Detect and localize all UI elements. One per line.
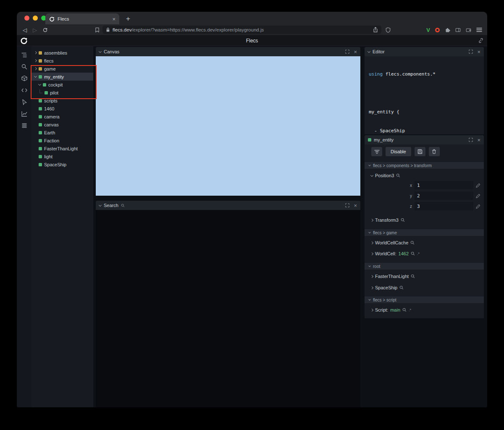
forward-button[interactable]: ▷ <box>30 24 39 35</box>
close-icon[interactable]: × <box>354 49 357 55</box>
position3-y-input[interactable] <box>415 191 473 200</box>
edit-pencil-icon[interactable] <box>476 183 480 188</box>
tree-item-my-entity[interactable]: my_entity <box>32 73 93 81</box>
chevron-right-icon[interactable] <box>34 51 37 54</box>
search-icon[interactable] <box>401 218 405 222</box>
tree-item-scripts[interactable]: scripts <box>32 97 93 105</box>
wallet-icon[interactable] <box>466 27 471 33</box>
tree-item-light[interactable]: light <box>32 152 93 160</box>
position3-x-input[interactable] <box>415 181 473 189</box>
outliner-icon[interactable] <box>21 51 28 59</box>
component-row-transform3[interactable]: Transform3 <box>365 217 484 223</box>
tree-item-faction[interactable]: Faction <box>32 136 93 144</box>
disable-button[interactable]: Disable <box>386 147 411 156</box>
inspector-toolbar: Disable <box>365 144 484 156</box>
search-icon[interactable] <box>399 286 404 290</box>
shield-icon[interactable] <box>386 24 391 35</box>
search-icon[interactable] <box>402 308 407 312</box>
close-icon[interactable]: × <box>477 137 480 143</box>
browser-tab[interactable]: Flecs × <box>45 13 119 24</box>
edit-pencil-icon[interactable] <box>476 204 480 209</box>
tree-item-canvas[interactable]: canvas <box>32 121 93 128</box>
component-row-worldcellcache[interactable]: WorldCellCache <box>365 239 484 246</box>
chevron-down-icon[interactable] <box>38 83 41 86</box>
queries-list-icon[interactable] <box>21 122 28 129</box>
edit-pencil-icon[interactable] <box>476 194 480 198</box>
section-header-transform[interactable]: flecs > components > transform <box>365 162 484 169</box>
close-icon[interactable]: × <box>354 203 357 208</box>
position3-z-input[interactable] <box>415 202 473 210</box>
section-header-game[interactable]: flecs > game <box>365 229 484 236</box>
v-extension-icon[interactable]: V <box>426 27 430 33</box>
delete-button[interactable] <box>429 147 440 156</box>
tree-item-cockpit[interactable]: cockpit <box>32 81 93 89</box>
minimize-window-button[interactable] <box>33 16 38 21</box>
share-icon[interactable] <box>373 27 378 33</box>
tree-item-game[interactable]: game <box>32 65 93 73</box>
search-icon[interactable] <box>396 173 400 178</box>
section-header-script[interactable]: flecs > script <box>365 296 484 303</box>
search-icon[interactable] <box>411 274 415 278</box>
collapse-chevron-icon[interactable] <box>368 50 370 52</box>
chevron-down-icon[interactable] <box>34 75 37 78</box>
expand-icon[interactable] <box>345 203 349 207</box>
collapse-chevron-icon[interactable] <box>99 50 102 52</box>
chevron-right-icon[interactable] <box>370 218 373 221</box>
component-row-worldcell[interactable]: WorldCell: 1462 .* <box>365 250 484 257</box>
close-window-button[interactable] <box>24 16 29 21</box>
code-icon[interactable] <box>21 87 28 94</box>
chevron-right-icon[interactable] <box>370 252 373 255</box>
tree-item-pilot[interactable]: pilot <box>32 89 93 97</box>
canvas-viewport[interactable] <box>96 56 360 196</box>
address-bar[interactable]: flecs.dev/explorer/?wasm=https://www.fle… <box>102 26 381 34</box>
search-icon[interactable] <box>21 63 28 71</box>
expand-icon[interactable] <box>345 50 349 54</box>
pair-wildcard-toggle[interactable]: .* <box>409 308 411 312</box>
sidebar-toggle-icon[interactable] <box>455 27 461 33</box>
filter-button[interactable] <box>371 147 382 156</box>
section-header-root[interactable]: root <box>365 263 484 270</box>
entity-square-icon <box>39 163 42 166</box>
reload-button[interactable] <box>40 24 50 35</box>
inspect-cursor-icon[interactable] <box>21 98 28 106</box>
component-row-spaceship[interactable]: SpaceShip <box>365 284 484 291</box>
red-circle-extension-icon[interactable] <box>435 28 440 32</box>
chevron-right-icon[interactable] <box>370 286 373 289</box>
tree-item-flecs[interactable]: flecs <box>32 57 93 65</box>
chevron-right-icon[interactable] <box>370 308 373 311</box>
tree-item-assemblies[interactable]: assemblies <box>32 49 93 57</box>
tree-item-spaceship[interactable]: SpaceShip <box>32 160 93 168</box>
tree-item-earth[interactable]: Earth <box>32 128 93 136</box>
stats-chart-icon[interactable] <box>21 110 28 118</box>
new-tab-button[interactable]: + <box>123 13 134 24</box>
back-button[interactable]: ◁ <box>20 24 29 35</box>
tree-item-fasterthanlight[interactable]: FasterThanLight <box>32 144 93 152</box>
search-icon[interactable] <box>410 241 415 245</box>
bookmark-icon[interactable] <box>92 24 102 35</box>
share-link-icon[interactable] <box>478 38 483 43</box>
chevron-right-icon[interactable] <box>34 59 37 62</box>
script-editor[interactable]: using flecs.components.* my_entity { - S… <box>365 56 484 134</box>
tree-item-camera[interactable]: camera <box>32 113 93 121</box>
close-tab-icon[interactable]: × <box>112 16 116 22</box>
expand-icon[interactable] <box>469 138 473 142</box>
chevron-down-icon[interactable] <box>370 173 373 176</box>
component-row-fasterthanlight[interactable]: FasterThanLight <box>365 273 484 280</box>
chevron-right-icon[interactable] <box>34 67 37 70</box>
search-icon[interactable] <box>411 252 415 256</box>
chevron-right-icon[interactable] <box>370 241 373 244</box>
entities-cube-icon[interactable] <box>21 75 28 82</box>
collapse-chevron-icon[interactable] <box>99 203 102 206</box>
pair-wildcard-toggle[interactable]: .* <box>417 252 420 256</box>
position3-fields: x y <box>365 181 484 210</box>
extensions-puzzle-icon[interactable] <box>445 27 450 33</box>
tree-item-1460[interactable]: 1460 <box>32 105 93 113</box>
close-icon[interactable]: × <box>477 49 480 55</box>
chevron-right-icon[interactable] <box>370 275 373 278</box>
save-button[interactable] <box>415 147 425 156</box>
component-row-position3[interactable]: Position3 <box>365 172 484 179</box>
component-row-script[interactable]: Script: main .* <box>365 307 484 313</box>
entity-square-icon <box>39 139 42 142</box>
menu-icon[interactable] <box>476 27 482 32</box>
expand-icon[interactable] <box>469 50 473 54</box>
